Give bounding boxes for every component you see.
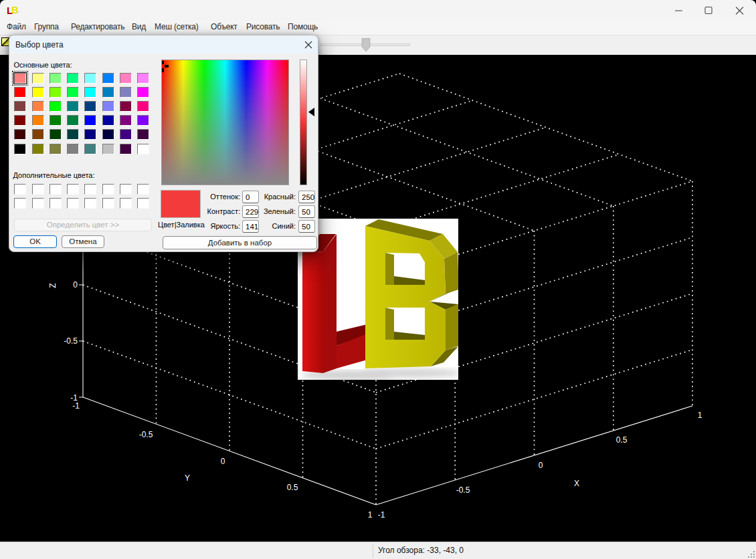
svg-text:-1: -1 (72, 401, 80, 411)
svg-text:-1: -1 (378, 510, 385, 520)
svg-text:0: 0 (73, 280, 78, 290)
svg-text:0: 0 (221, 457, 225, 466)
svg-text:0.5: 0.5 (616, 435, 628, 445)
svg-text:1: 1 (368, 510, 373, 520)
svg-text:Z: Z (48, 283, 58, 288)
svg-text:0.5: 0.5 (287, 483, 298, 492)
svg-text:Y: Y (185, 473, 190, 483)
svg-text:X: X (574, 479, 579, 488)
svg-text:-0.5: -0.5 (456, 485, 470, 495)
svg-text:-0.5: -0.5 (64, 336, 78, 346)
svg-text:0: 0 (539, 461, 543, 470)
svg-text:1: 1 (698, 411, 702, 420)
svg-text:-0.5: -0.5 (139, 430, 153, 439)
